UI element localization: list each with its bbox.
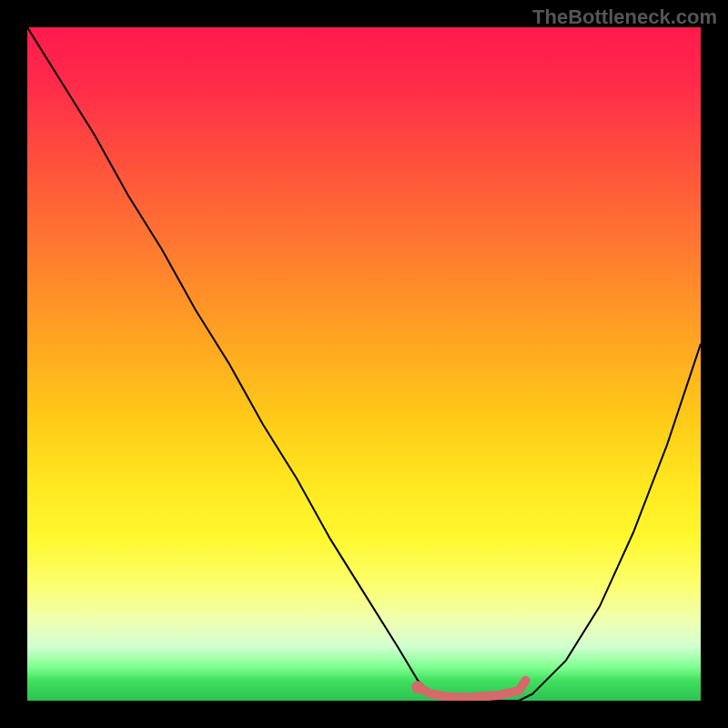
- chart-svg: [27, 27, 701, 701]
- watermark-text: TheBottleneck.com: [532, 5, 717, 29]
- chart-plot-area: [27, 27, 701, 701]
- bottleneck-curve-path: [27, 27, 701, 701]
- optimal-band-start-dot: [411, 681, 424, 693]
- optimal-band-path: [418, 681, 525, 698]
